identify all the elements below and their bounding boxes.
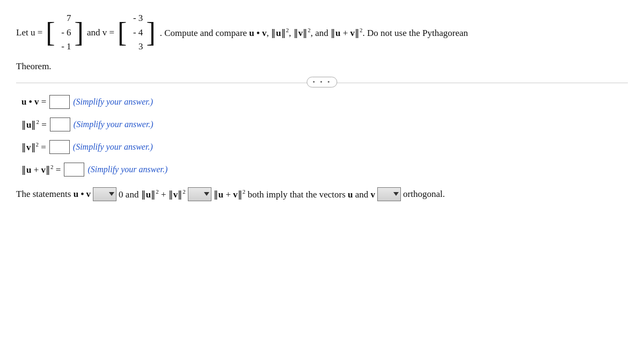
answer-row-norm-v: ‖v‖2 = (Simplify your answer.) bbox=[21, 140, 628, 154]
matrix-v-values: - 3 - 4 3 bbox=[127, 10, 146, 56]
bottom-mid1: 0 and ‖u‖2 + ‖v‖2 bbox=[119, 188, 186, 200]
bracket-left-u: [ bbox=[46, 10, 55, 56]
compute-label: . Compute and compare u • v, ‖u‖2, ‖v‖2,… bbox=[160, 26, 628, 40]
u-val-1: 7 bbox=[58, 12, 71, 25]
matrix-v: [ - 3 - 4 3 ] bbox=[118, 10, 156, 56]
divider-container: • • • bbox=[16, 83, 628, 83]
bracket-right-v: ] bbox=[146, 10, 155, 56]
answer-row-norm-u: ‖u‖2 = (Simplify your answer.) bbox=[21, 118, 628, 131]
matrix-u: [ 7 - 6 - 1 ] bbox=[46, 10, 84, 56]
v-val-2: - 4 bbox=[130, 26, 143, 40]
dropdown-2-arrow bbox=[204, 192, 209, 196]
and-v-label: and v = bbox=[87, 26, 114, 40]
norm-u-simplify: (Simplify your answer.) bbox=[74, 120, 153, 129]
bottom-statement-row: The statements u • v 0 and ‖u‖2 + ‖v‖2 ‖… bbox=[16, 187, 628, 201]
divider-dots: • • • bbox=[306, 77, 337, 87]
norm-u-label: ‖u‖2 = bbox=[21, 119, 47, 130]
norm-uplusv-label: ‖u + v‖2 = bbox=[21, 164, 61, 175]
dropdown-comparison-1[interactable] bbox=[93, 187, 116, 201]
norm-v-simplify: (Simplify your answer.) bbox=[73, 142, 153, 152]
bottom-suffix: orthogonal. bbox=[403, 189, 445, 200]
bracket-left-v: [ bbox=[118, 10, 127, 56]
dot-product-label: u • v = bbox=[21, 97, 46, 107]
answer-row-norm-uplusv: ‖u + v‖2 = (Simplify your answer.) bbox=[21, 163, 628, 177]
let-u-label: Let u = bbox=[16, 26, 42, 40]
answer-row-dot-product: u • v = (Simplify your answer.) bbox=[21, 95, 628, 109]
bracket-right-u: ] bbox=[75, 10, 84, 56]
problem-statement: Let u = [ 7 - 6 - 1 ] and v = [ - 3 - 4 … bbox=[16, 10, 628, 56]
dropdown-comparison-2[interactable] bbox=[188, 187, 211, 201]
bottom-prefix: The statements u • v bbox=[16, 189, 91, 200]
norm-u-input[interactable] bbox=[50, 118, 70, 131]
dropdown-orthogonal[interactable] bbox=[377, 187, 401, 201]
norm-uplusv-simplify: (Simplify your answer.) bbox=[87, 165, 167, 174]
dropdown-1-arrow bbox=[109, 192, 114, 196]
norm-v-input[interactable] bbox=[49, 140, 70, 154]
dot-product-input[interactable] bbox=[49, 95, 70, 109]
bottom-mid2: ‖u + v‖2 both imply that the vectors u a… bbox=[214, 188, 375, 200]
answer-section: u • v = (Simplify your answer.) ‖u‖2 = (… bbox=[16, 95, 628, 177]
u-val-3: - 1 bbox=[58, 40, 71, 54]
v-val-1: - 3 bbox=[130, 12, 143, 25]
matrix-u-values: 7 - 6 - 1 bbox=[55, 10, 75, 56]
norm-v-label: ‖v‖2 = bbox=[21, 141, 46, 153]
theorem-text: Theorem. bbox=[16, 61, 52, 71]
page-container: Let u = [ 7 - 6 - 1 ] and v = [ - 3 - 4 … bbox=[0, 0, 644, 345]
norm-uplusv-input[interactable] bbox=[64, 163, 84, 177]
theorem-line: Theorem. bbox=[16, 61, 628, 72]
u-val-2: - 6 bbox=[58, 26, 71, 40]
v-val-3: 3 bbox=[130, 40, 143, 54]
dropdown-3-arrow bbox=[393, 192, 399, 196]
dot-product-simplify: (Simplify your answer.) bbox=[73, 97, 153, 107]
